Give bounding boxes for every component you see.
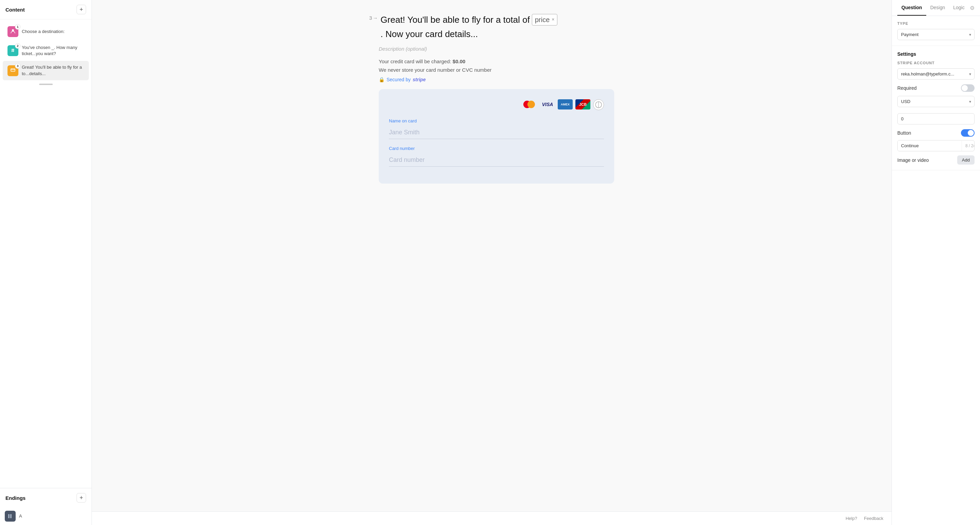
item-number-1: 1 [15,24,21,30]
sidebar-item-1[interactable]: 1 Choose a destination: [3,23,89,40]
svg-line-4 [13,49,14,52]
help-link[interactable]: Help? [846,516,857,521]
add-media-button[interactable]: Add [957,155,975,165]
sidebar-item-2[interactable]: 2 You've chosen _. How many ticket...you… [3,41,89,60]
svg-point-0 [12,29,14,31]
sidebar-header: Content + [0,0,92,19]
price-tag-remove[interactable]: × [552,16,554,23]
svg-rect-5 [11,69,15,71]
item-number-3: 3 [15,63,21,69]
question-arrow: → [372,15,378,21]
panel-tabs: Question Design Logic ⚙ [892,0,980,16]
ending-item-a[interactable]: A [0,507,92,525]
name-on-card-group: Name on card [389,118,604,139]
visa-logo: VISA [540,99,555,109]
feedback-link[interactable]: Feedback [864,516,883,521]
payment-icon [11,68,15,73]
type-select[interactable]: Payment [897,29,975,40]
tab-design[interactable]: Design [926,0,950,16]
button-label: Button [897,130,911,136]
add-ending-button[interactable]: + [76,493,86,503]
stripe-brand: stripe [413,77,426,82]
required-toggle[interactable] [961,84,975,92]
question-number-indicator: 3 → [369,14,378,21]
card-number-label: Card number [389,146,604,151]
jcb-logo: JCB [576,99,590,109]
svg-rect-8 [10,514,11,518]
card-number-group: Card number [389,146,604,167]
drag-handle [39,84,53,85]
mc-right-circle [527,101,535,108]
content-title: Content [5,7,25,13]
gear-icon[interactable]: ⚙ [970,5,975,11]
continue-input[interactable] [898,140,962,151]
ending-label: A [19,513,22,519]
card-logos: VISA AMEX JCB [389,99,604,110]
ending-badge [5,511,16,522]
lock-icon: 🔒 [379,77,385,82]
type-section: Type Payment [892,16,980,46]
image-video-row: Image or video Add [897,155,975,165]
required-row: Required [897,84,975,92]
diners-logo [593,99,604,110]
mastercard-logo [522,99,537,109]
name-on-card-input[interactable] [389,126,604,139]
charge-amount: $0.00 [453,59,466,64]
price-tag: price × [532,14,558,25]
tab-logic[interactable]: Logic [949,0,969,16]
card-number-input[interactable] [389,154,604,167]
button-row: Button [897,129,975,137]
main-content: 3 → Great! You'll be able to fly for a t… [92,0,891,511]
required-label: Required [897,86,917,91]
stripe-account-label: STRIPE ACCOUNT [897,61,975,65]
add-content-button[interactable]: + [76,5,86,14]
charge-note: We never store your card number or CVC n… [379,67,614,73]
item-text-2: You've chosen _. How many ticket...you w… [22,44,84,57]
continue-count: 8 / 24 [962,141,975,151]
amex-logo: AMEX [558,99,573,109]
currency-select[interactable]: USD [897,96,975,107]
svg-line-3 [12,49,12,52]
person-icon [11,29,15,35]
type-label: Type [897,21,975,25]
charge-info: Your credit card will be charged: $0.00 [379,59,614,64]
stripe-account-wrapper: reka.holman@typeform.c... [897,68,975,79]
continue-input-row: 8 / 24 [897,140,975,151]
amount-input[interactable] [897,113,975,124]
hash-icon [11,48,15,54]
sidebar-items-list: 1 Choose a destination: 2 You've chosen … [0,19,92,488]
right-panel: Question Design Logic ⚙ Type Payment Set… [891,0,980,525]
endings-header: Endings + [0,488,92,507]
type-select-wrapper: Payment [897,29,975,40]
item-text-1: Choose a destination: [22,29,65,35]
question-header: 3 → Great! You'll be able to fly for a t… [369,14,614,40]
tab-question[interactable]: Question [897,0,926,16]
currency-wrapper: USD [897,96,975,107]
question-area: 3 → Great! You'll be able to fly for a t… [369,14,614,184]
settings-section: Settings STRIPE ACCOUNT reka.holman@type… [892,46,980,170]
drag-area [0,81,92,88]
name-on-card-label: Name on card [389,118,604,124]
endings-title: Endings [5,495,25,501]
image-video-label: Image or video [897,157,929,163]
item-badge-2: 2 [8,45,18,56]
secured-stripe: 🔒 Secured by stripe [379,77,614,82]
settings-title: Settings [897,51,975,57]
item-number-2: 2 [15,43,21,49]
stripe-account-select[interactable]: reka.holman@typeform.c... [897,68,975,79]
main-area: 3 → Great! You'll be able to fly for a t… [92,0,891,525]
svg-rect-7 [8,514,10,518]
sidebar: Content + 1 Choose a destination: [0,0,92,525]
main-footer: Help? Feedback [92,511,891,525]
button-toggle[interactable] [961,129,975,137]
question-description: Description (optional) [379,46,614,52]
item-badge-3: 3 [8,65,18,76]
item-text-3: Great! You'll be able to fly for a to...… [22,64,84,76]
card-form: VISA AMEX JCB Name on card Card n [379,89,614,184]
item-badge-1: 1 [8,26,18,37]
sidebar-footer: Endings + A [0,488,92,525]
question-title: Great! You'll be able to fly for a total… [380,14,614,40]
sidebar-item-3[interactable]: 3 Great! You'll be able to fly for a to.… [3,61,89,80]
